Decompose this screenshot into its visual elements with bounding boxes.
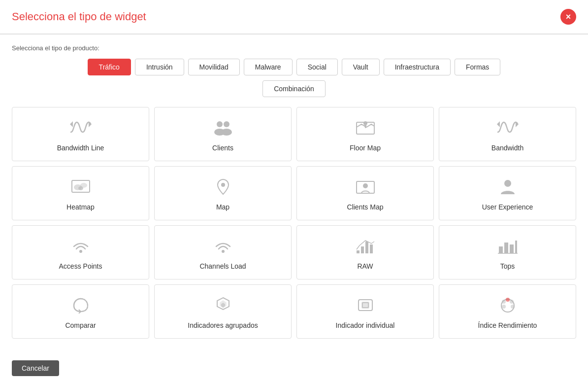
widget-indice-rendimiento-label: Índice Rendimiento (478, 321, 537, 329)
tab-infraestructura[interactable]: Infraestructura (384, 59, 451, 75)
shuffle-icon (70, 118, 92, 139)
widget-tops-label: Tops (500, 262, 515, 270)
svg-point-17 (504, 180, 511, 187)
svg-point-36 (502, 300, 506, 304)
tab-malware[interactable]: Malware (244, 59, 293, 75)
tab-intrusion[interactable]: Intrusión (135, 59, 184, 75)
tab-formas[interactable]: Formas (455, 59, 500, 75)
close-button[interactable]: × (560, 9, 576, 25)
svg-rect-22 (365, 242, 368, 253)
indice-rendimiento-icon (497, 296, 519, 316)
tab-trafico[interactable]: Tráfico (88, 59, 131, 75)
widget-access-points[interactable]: Access Points (12, 225, 149, 279)
widget-clients-map-label: Clients Map (347, 203, 384, 211)
user-experience-icon (497, 177, 519, 198)
widget-raw-label: RAW (357, 262, 373, 270)
widget-bandwidth[interactable]: Bandwidth (439, 107, 576, 161)
widget-bandwidth-label: Bandwidth (491, 144, 523, 152)
clients-map-icon (355, 177, 376, 198)
product-label: Selecciona el tipo de producto: (12, 44, 576, 52)
filter-tabs: Tráfico Intrusión Movilidad Malware Soci… (12, 59, 576, 75)
widget-user-experience-label: User Experience (482, 203, 533, 211)
svg-point-19 (222, 250, 225, 253)
tab-vault[interactable]: Vault (342, 59, 380, 75)
cancel-button[interactable]: Cancelar (12, 360, 59, 376)
widget-comparar[interactable]: Comparar (12, 284, 149, 339)
svg-point-39 (511, 305, 515, 309)
channels-load-icon (212, 237, 234, 257)
widget-bandwidth-line[interactable]: Bandwidth Line (12, 107, 149, 161)
floormap-icon (355, 118, 376, 139)
svg-rect-24 (499, 246, 503, 253)
svg-rect-21 (361, 246, 364, 253)
svg-point-13 (78, 186, 83, 190)
comparar-icon (70, 296, 92, 316)
modal-title: Selecciona el tipo de widget (12, 10, 146, 23)
widget-heatmap[interactable]: Heatmap (12, 166, 149, 220)
modal-body: Selecciona el tipo de producto: Tráfico … (0, 35, 588, 353)
widgets-grid: Bandwidth Line Clients (12, 107, 576, 339)
widget-raw[interactable]: RAW (296, 225, 434, 279)
svg-rect-27 (515, 241, 517, 253)
svg-rect-26 (510, 244, 514, 253)
widget-user-experience[interactable]: User Experience (439, 166, 576, 220)
svg-point-38 (510, 300, 514, 304)
widget-indicador-individual[interactable]: Indicador individual (296, 284, 434, 339)
access-points-icon (70, 237, 92, 257)
svg-point-7 (363, 121, 367, 125)
svg-point-40 (502, 305, 506, 309)
svg-point-14 (221, 183, 225, 187)
svg-point-16 (363, 183, 368, 188)
tab-combinacion[interactable]: Combinación (262, 80, 326, 97)
widget-floor-map[interactable]: Floor Map (296, 107, 434, 161)
widget-indicadores-agrupados-label: Indicadores agrupados (188, 321, 258, 329)
indicadores-agrupados-icon (212, 296, 234, 316)
tab-movilidad[interactable]: Movilidad (188, 59, 240, 75)
widget-comparar-label: Comparar (65, 321, 96, 329)
raw-icon (355, 237, 376, 257)
svg-marker-0 (89, 121, 92, 127)
svg-marker-1 (70, 121, 73, 127)
map-icon (212, 177, 234, 198)
svg-rect-20 (357, 250, 359, 253)
heatmap-icon (70, 177, 92, 198)
widget-bandwidth-line-label: Bandwidth Line (57, 144, 104, 152)
widget-indicador-individual-label: Indicador individual (336, 321, 395, 329)
svg-marker-8 (516, 121, 519, 127)
svg-point-5 (221, 129, 232, 136)
indicador-individual-icon (355, 296, 376, 316)
clients-icon (212, 118, 234, 139)
widget-map[interactable]: Map (154, 166, 292, 220)
modal-footer: Cancelar (0, 353, 588, 383)
tab-social[interactable]: Social (296, 59, 338, 75)
bandwidth-shuffle-icon (497, 118, 519, 139)
combinacion-row: Combinación (12, 80, 576, 97)
widget-clients-label: Clients (212, 144, 233, 152)
tops-icon (497, 237, 519, 257)
widget-floor-map-label: Floor Map (350, 144, 381, 152)
widget-indice-rendimiento[interactable]: Índice Rendimiento (439, 284, 576, 339)
widget-access-points-label: Access Points (59, 262, 102, 270)
widget-channels-load[interactable]: Channels Load (154, 225, 292, 279)
widget-channels-load-label: Channels Load (199, 262, 246, 270)
widget-heatmap-label: Heatmap (66, 203, 95, 211)
modal-overlay: Selecciona el tipo de widget × Seleccion… (0, 0, 588, 383)
svg-marker-9 (497, 121, 500, 127)
svg-point-37 (506, 298, 510, 302)
close-icon: × (566, 12, 571, 22)
widget-indicadores-agrupados[interactable]: Indicadores agrupados (154, 284, 292, 339)
widget-map-label: Map (216, 203, 229, 211)
widget-tops[interactable]: Tops (439, 225, 576, 279)
svg-point-18 (79, 250, 82, 253)
modal-header: Selecciona el tipo de widget × (0, 0, 588, 35)
svg-rect-23 (370, 244, 373, 253)
svg-rect-25 (504, 243, 508, 253)
widget-clients-map[interactable]: Clients Map (296, 166, 434, 220)
widget-clients[interactable]: Clients (154, 107, 292, 161)
svg-point-2 (217, 121, 223, 127)
svg-point-3 (224, 121, 229, 127)
